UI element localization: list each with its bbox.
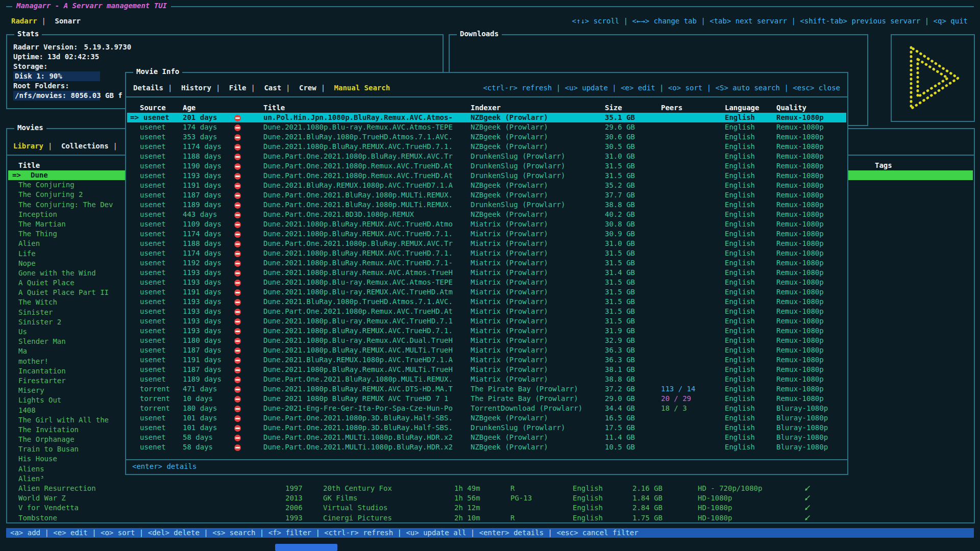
release-size: 36.3 GB: [605, 355, 635, 365]
search-result-row[interactable]: => usenet 201 days un.Pol.Hin.Jpn.1080p.…: [127, 113, 846, 122]
search-result-row[interactable]: usenet 1187 days Dune.Part.One.2021.BluR…: [127, 190, 846, 200]
movie-list-row[interactable]: Alien³: [8, 474, 973, 484]
release-age: 443 days: [183, 210, 217, 219]
release-title: Dune.2021.1080p.BluRay.REMUX.AVC.TrueHD.…: [263, 326, 453, 336]
search-result-row[interactable]: usenet 353 days Dune.2021.BluRay.1080p.T…: [127, 132, 846, 142]
movie-title: Tombstone: [18, 513, 57, 523]
search-result-row[interactable]: usenet 1188 days Dune.Part.One.2021.1080…: [127, 152, 846, 161]
movies-panel-title: Movies: [14, 123, 46, 132]
release-age: 101 days: [183, 413, 217, 423]
movie-year: 1997: [285, 484, 303, 493]
release-age: 58 days: [183, 442, 213, 452]
release-size: 29.0 GB: [605, 394, 635, 404]
search-result-row[interactable]: torrent 471 days Dune.2021.1080p.BluRay.…: [127, 384, 846, 394]
release-source: usenet: [140, 239, 166, 248]
search-result-row[interactable]: usenet 1189 days Dune.Part.One.2021.BluR…: [127, 374, 846, 384]
column-language: Language: [725, 103, 759, 113]
search-result-row[interactable]: usenet 1193 days Dune.2021.1080p.Blu-ray…: [127, 316, 846, 326]
search-result-row[interactable]: usenet 101 days Dune.Part.One.2021.1080p…: [127, 423, 846, 433]
search-result-row[interactable]: usenet 58 days Dune.Part.One.2021.MULTi.…: [127, 433, 846, 442]
release-quality: Remux-1080p: [776, 394, 824, 404]
movie-list-row[interactable]: V for Vendetta 2006 Virtual Studios 2h 1…: [8, 503, 973, 513]
movie-title: Sinister: [18, 308, 53, 317]
movies-tab[interactable]: Library: [13, 142, 43, 150]
movie-studio: GK Films: [323, 493, 357, 503]
rejected-icon: [234, 406, 241, 412]
modal-tab[interactable]: File: [229, 84, 247, 92]
release-size: 31.0 GB: [605, 152, 635, 161]
movie-quality: HD-1080p: [698, 493, 732, 503]
release-indexer: Miatrix (Prowlarr): [471, 248, 548, 258]
stats-panel-title: Stats: [14, 30, 42, 38]
release-age: 1187 days: [183, 365, 222, 374]
search-result-row[interactable]: usenet 1193 days Dune.2021.1080p.BluRay.…: [127, 326, 846, 336]
search-result-row[interactable]: usenet 1193 days Dune.Part.One.2021.1080…: [127, 307, 846, 316]
movie-list-row[interactable]: World War Z 2013 GK Films 1h 56m PG-13 E…: [8, 493, 973, 503]
release-language: English: [725, 287, 755, 297]
rejection-cell: [234, 258, 241, 268]
search-result-row[interactable]: usenet 1174 days Dune.2021.1080p.BluRay.…: [127, 142, 846, 152]
search-result-row[interactable]: usenet 1191 days Dune.2021.1080p.Blu-ray…: [127, 287, 846, 297]
search-result-row[interactable]: usenet 1193 days Dune.Part.One.2021.1080…: [127, 171, 846, 181]
search-result-row[interactable]: usenet 174 days Dune.2021.1080p.Blu-ray.…: [127, 122, 846, 132]
release-quality: Remux-1080p: [776, 326, 824, 336]
release-language: English: [725, 384, 755, 394]
tab-separator: |: [113, 142, 117, 150]
search-result-row[interactable]: usenet 1109 days Dune.2021.1080p.BluRay.…: [127, 219, 846, 229]
modal-tab[interactable]: History: [181, 84, 211, 92]
rejection-cell: [234, 365, 241, 374]
release-language: English: [725, 326, 755, 336]
search-result-row[interactable]: usenet 1192 days Dune.2021.1080p.BluRay.…: [127, 258, 846, 268]
servarr-tab[interactable]: Sonarr: [55, 17, 81, 25]
release-source: usenet: [140, 219, 166, 229]
rejected-icon: [234, 435, 241, 441]
search-result-row[interactable]: usenet 443 days Dune.Part.One.2021.BD3D.…: [127, 210, 846, 219]
release-age: 1189 days: [183, 200, 222, 210]
search-result-row[interactable]: usenet 1193 days Dune.2021.1080p.Bluray.…: [127, 268, 846, 278]
release-indexer: Miatrix (Prowlarr): [471, 326, 548, 336]
tab-separator: |: [251, 84, 255, 92]
modal-tab[interactable]: Crew: [299, 84, 316, 92]
search-result-row[interactable]: usenet 1191 days Dune.2021.BluRay.REMUX.…: [127, 181, 846, 190]
servarr-tab[interactable]: Radarr: [11, 17, 37, 25]
movies-tab[interactable]: Collections: [61, 142, 109, 150]
search-result-row[interactable]: usenet 1193 days Dune.2021.1080p.Blu-ray…: [127, 278, 846, 287]
search-result-row[interactable]: usenet 101 days Dune.Part.One.2021.1080p…: [127, 413, 846, 423]
search-result-row[interactable]: torrent 10 days Dune 2021 1080p BluRay R…: [127, 394, 846, 404]
release-title: Dune.Part.One.2021.1080p.BluRay.REMUX.AV…: [263, 152, 453, 161]
movie-title: Aliens: [18, 464, 44, 474]
release-indexer: Miatrix (Prowlarr): [471, 365, 548, 374]
release-indexer: Miatrix (Prowlarr): [471, 316, 548, 326]
search-result-row[interactable]: usenet 1180 days Dune.2021.1080p.Blu-ray…: [127, 336, 846, 345]
movie-title: The Girl with All the: [18, 415, 109, 425]
bottom-keybindings: <a> add | <e> edit | <o> sort | <del> de…: [6, 529, 639, 537]
search-result-row[interactable]: usenet 1193 days Dune.2021.BluRay.1080p.…: [127, 297, 846, 307]
movie-list-row[interactable]: Tombstone 1993 Cinergi Pictures 2h 10m R…: [8, 513, 973, 523]
search-result-row[interactable]: usenet 1191 days Dune.2021.BluRay.REMUX.…: [127, 355, 846, 365]
release-age: 1191 days: [183, 355, 222, 365]
search-result-row[interactable]: torrent 180 days Dune-2021-Eng-Fre-Ger-I…: [127, 404, 846, 413]
monitored-icon: [804, 513, 811, 524]
search-result-row[interactable]: usenet 1187 days Dune.2021.1080p.BluRay.…: [127, 345, 846, 355]
release-age: 10 days: [183, 394, 213, 404]
search-result-row[interactable]: usenet 1174 days Dune.2021.1080p.BluRay.…: [127, 248, 846, 258]
search-result-row[interactable]: usenet 58 days Dune.Part.One.2021.MULTi.…: [127, 442, 846, 452]
modal-tab[interactable]: Manual Search: [334, 84, 390, 92]
movie-title: V for Vendetta: [18, 503, 79, 513]
release-title: Dune.2021.BluRay.1080p.TrueHD.Atmos.7.1.…: [263, 297, 453, 307]
search-result-row[interactable]: usenet 1187 days Dune.2021.1080p.BluRay.…: [127, 365, 846, 374]
tab-separator: |: [286, 84, 290, 92]
search-result-row[interactable]: usenet 1174 days Dune.2021.1080p.BluRay.…: [127, 229, 846, 239]
modal-tab[interactable]: Details: [133, 84, 163, 92]
search-result-row[interactable]: usenet 1188 days Dune.Part.One.2021.1080…: [127, 239, 846, 248]
release-language: English: [725, 404, 755, 413]
search-result-row[interactable]: usenet 1190 days Dune.Part.One.2021.1080…: [127, 161, 846, 171]
release-indexer: NZBgeek (Prowlarr): [471, 122, 548, 132]
modal-footer-keybinding: <enter> details: [132, 462, 197, 471]
search-result-row[interactable]: usenet 1189 days Dune.Part.One.2021.BluR…: [127, 200, 846, 210]
column-quality: Quality: [776, 103, 806, 113]
modal-tab[interactable]: Cast: [264, 84, 281, 92]
monitored-icon: [804, 484, 811, 494]
movie-list-row[interactable]: Alien Resurrection 1997 20th Century Fox…: [8, 484, 973, 493]
release-language: English: [725, 161, 755, 171]
